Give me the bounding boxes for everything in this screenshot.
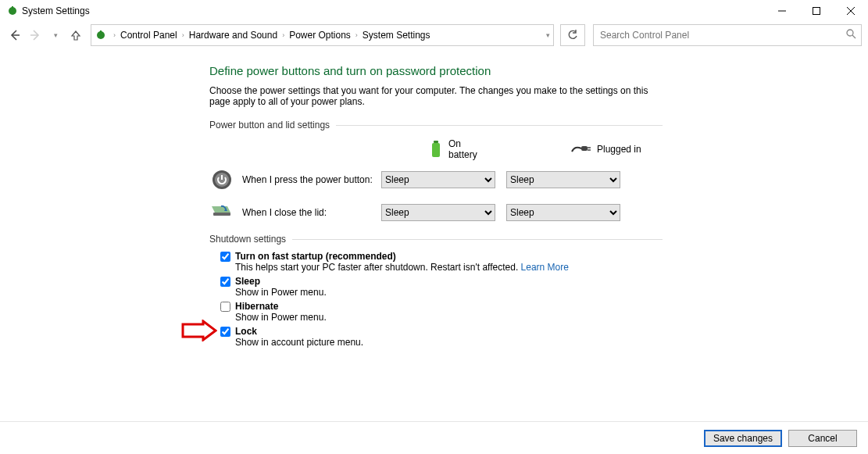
shutdown-item-hibernate: HibernateShow in Power menu. <box>220 301 663 323</box>
search-icon[interactable] <box>846 29 856 41</box>
svg-rect-1 <box>12 6 13 9</box>
power-button-icon <box>209 167 234 192</box>
breadcrumb-item[interactable]: Control Panel <box>119 28 179 42</box>
cancel-button[interactable]: Cancel <box>788 430 857 447</box>
lid-row: When I close the lid: Do nothingSleepHib… <box>209 199 663 226</box>
checkbox-faststart[interactable] <box>220 252 230 262</box>
nav-up-button[interactable] <box>67 27 84 44</box>
checkbox-lock[interactable] <box>220 327 230 337</box>
shutdown-item-lock: LockShow in account picture menu. <box>220 326 663 348</box>
breadcrumb-item[interactable]: System Settings <box>361 28 432 42</box>
checkbox-description: Show in Power menu. <box>235 287 663 298</box>
power-button-plugged-select[interactable]: Do nothingSleepHibernateShut down <box>506 171 620 188</box>
chevron-down-icon[interactable]: ▾ <box>546 31 550 39</box>
column-headers: On battery Plugged in <box>209 137 663 162</box>
page-title: Define power buttons and turn on passwor… <box>209 64 663 77</box>
checkbox-label: Turn on fast startup (recommended) <box>235 251 396 262</box>
chevron-right-icon[interactable]: › <box>182 31 184 39</box>
svg-line-11 <box>852 35 855 38</box>
svg-rect-20 <box>213 213 230 216</box>
checkbox-description: This helps start your PC faster after sh… <box>235 262 663 273</box>
lid-label: When I close the lid: <box>242 207 381 218</box>
footer-bar: Save changes Cancel <box>0 421 868 454</box>
header-plugged: Plugged in <box>597 144 641 155</box>
checkbox-label: Hibernate <box>235 301 278 312</box>
checkbox-label: Lock <box>235 326 257 337</box>
address-row: ▾ › Control Panel › Hardware and Sound ›… <box>0 22 868 48</box>
maximize-button[interactable] <box>799 0 834 22</box>
minimize-button[interactable] <box>765 0 799 22</box>
svg-rect-12 <box>434 141 438 143</box>
power-button-battery-select[interactable]: Do nothingSleepHibernateShut down <box>381 171 495 188</box>
breadcrumb-bar[interactable]: › Control Panel › Hardware and Sound › P… <box>91 24 554 46</box>
svg-rect-9 <box>100 30 102 34</box>
chevron-right-icon[interactable]: › <box>355 31 358 39</box>
svg-point-10 <box>847 30 853 36</box>
main-content: Define power buttons and turn on passwor… <box>0 48 663 348</box>
power-plug-icon <box>95 29 107 41</box>
battery-icon <box>430 141 442 158</box>
nav-back-button[interactable] <box>6 27 23 44</box>
plug-icon <box>570 144 591 155</box>
save-changes-button[interactable]: Save changes <box>704 430 782 447</box>
power-button-label: When I press the power button: <box>242 174 381 185</box>
header-battery: On battery <box>448 138 492 160</box>
breadcrumb-item[interactable]: Power Options <box>288 28 352 42</box>
power-button-row: When I press the power button: Do nothin… <box>209 166 663 193</box>
svg-rect-15 <box>581 146 588 151</box>
chevron-right-icon[interactable]: › <box>282 31 284 39</box>
chevron-right-icon[interactable]: › <box>113 31 116 39</box>
window-titlebar: System Settings <box>0 0 868 22</box>
lid-plugged-select[interactable]: Do nothingSleepHibernateShut down <box>506 204 620 221</box>
power-group-title: Power button and lid settings <box>209 120 663 130</box>
close-button[interactable] <box>834 0 868 22</box>
search-input[interactable] <box>598 29 846 41</box>
checkbox-sleep[interactable] <box>220 277 230 287</box>
nav-recent-dropdown[interactable]: ▾ <box>47 27 64 44</box>
refresh-button[interactable] <box>560 24 585 46</box>
power-plug-icon <box>6 5 19 17</box>
breadcrumb-item[interactable]: Hardware and Sound <box>188 28 279 42</box>
lid-battery-select[interactable]: Do nothingSleepHibernateShut down <box>381 204 495 221</box>
window-controls <box>765 0 868 22</box>
learn-more-link[interactable]: Learn More <box>521 262 569 273</box>
shutdown-item-sleep: SleepShow in Power menu. <box>220 276 663 298</box>
nav-forward-button[interactable] <box>27 27 44 44</box>
checkbox-hibernate[interactable] <box>220 302 230 312</box>
checkbox-description: Show in account picture menu. <box>235 337 663 348</box>
checkbox-label: Sleep <box>235 276 260 287</box>
checkbox-description: Show in Power menu. <box>235 312 663 323</box>
page-description: Choose the power settings that you want … <box>209 85 663 107</box>
window-title: System Settings <box>22 5 90 16</box>
laptop-lid-icon <box>209 200 234 225</box>
search-box[interactable] <box>593 24 862 46</box>
shutdown-item-faststart: Turn on fast startup (recommended)This h… <box>220 251 663 273</box>
svg-rect-3 <box>813 8 820 15</box>
shutdown-group-title: Shutdown settings <box>209 234 663 245</box>
svg-rect-13 <box>432 143 440 157</box>
shutdown-settings-list: Turn on fast startup (recommended)This h… <box>209 251 663 348</box>
